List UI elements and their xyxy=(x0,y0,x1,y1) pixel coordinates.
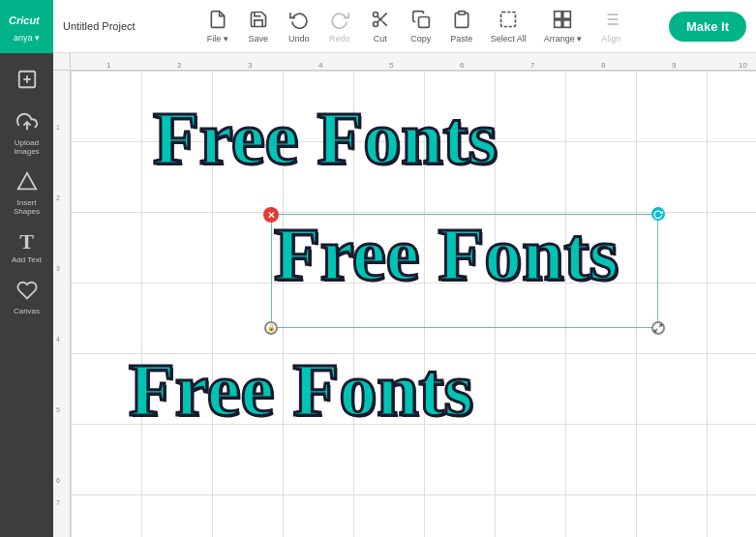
sidebar: Upload Images Insert Shapes T Add Text C… xyxy=(0,53,53,537)
sidebar-item-upload-label: Upload Images xyxy=(5,138,49,156)
ruler-v-3: 3 xyxy=(56,265,60,272)
scale-handle[interactable] xyxy=(651,321,665,335)
upload-icon xyxy=(16,111,38,135)
svg-line-24 xyxy=(659,324,662,327)
canvas-area[interactable]: 1 2 3 4 5 6 7 8 9 10 1 2 3 4 5 6 7 Free … xyxy=(53,53,756,537)
new-icon xyxy=(16,69,38,93)
sidebar-item-canvas-label: Canvas xyxy=(14,307,40,315)
align-icon xyxy=(601,10,620,32)
ruler-h-3: 3 xyxy=(248,61,252,70)
undo-button[interactable]: Undo xyxy=(280,6,318,47)
ruler-h-1: 1 xyxy=(106,61,110,70)
ruler-h-9: 9 xyxy=(672,61,676,70)
ruler-h-2: 2 xyxy=(177,61,181,70)
text-element-1[interactable]: Free Fonts xyxy=(153,95,498,182)
svg-rect-10 xyxy=(563,11,571,18)
save-button[interactable]: Save xyxy=(239,6,278,47)
delete-handle[interactable]: ✕ xyxy=(263,207,279,223)
redo-icon xyxy=(330,10,349,32)
toolbar: File Save Undo Redo Cut xyxy=(169,6,659,47)
file-button[interactable]: File xyxy=(198,6,237,47)
cut-label: Cut xyxy=(374,34,387,44)
sidebar-item-text[interactable]: T Add Text xyxy=(3,225,51,270)
svg-rect-7 xyxy=(458,11,465,14)
undo-label: Undo xyxy=(288,34,310,44)
logo-area: Cricut anya ▾ xyxy=(0,0,53,53)
lock-handle[interactable]: 🔒 xyxy=(264,321,278,335)
arrange-button[interactable]: Arrange xyxy=(536,6,590,47)
sidebar-item-new[interactable] xyxy=(3,63,51,102)
paste-icon xyxy=(452,10,471,32)
ruler-h-4: 4 xyxy=(318,61,322,70)
sidebar-item-upload[interactable]: Upload Images xyxy=(3,105,51,162)
project-title: Untitled Project xyxy=(63,20,160,32)
ruler-v-6: 6 xyxy=(56,477,60,484)
text-icon: T xyxy=(19,231,34,253)
user-name[interactable]: anya ▾ xyxy=(14,33,40,43)
make-it-button[interactable]: Make It xyxy=(669,12,746,42)
ruler-h-6: 6 xyxy=(460,61,464,70)
text-element-2[interactable]: Free Fonts xyxy=(274,211,619,298)
cut-button[interactable]: Cut xyxy=(361,6,400,47)
file-icon xyxy=(208,10,227,32)
redo-button[interactable]: Redo xyxy=(320,6,359,47)
ruler-top: 1 2 3 4 5 6 7 8 9 10 xyxy=(71,53,756,71)
svg-line-4 xyxy=(382,21,387,26)
ruler-h-5: 5 xyxy=(389,61,393,70)
svg-rect-8 xyxy=(501,12,516,26)
topbar: Cricut anya ▾ Untitled Project File Save xyxy=(0,0,756,53)
undo-icon xyxy=(289,10,309,32)
cricut-logo: Cricut xyxy=(8,11,46,33)
align-button[interactable]: Align xyxy=(591,6,630,47)
ruler-left: 1 2 3 4 5 6 7 xyxy=(53,71,71,537)
canvas-grid[interactable]: Free Fonts Free Fonts Free Fonts ✕ 🔒 xyxy=(71,71,756,537)
select-all-button[interactable]: Select All xyxy=(483,6,534,47)
project-title-area: Untitled Project xyxy=(53,16,169,36)
copy-icon xyxy=(411,10,431,32)
ruler-corner xyxy=(53,53,71,71)
sidebar-item-canvas[interactable]: Canvas xyxy=(3,274,51,321)
ruler-h-7: 7 xyxy=(530,61,534,70)
svg-point-2 xyxy=(373,21,378,26)
save-label: Save xyxy=(248,34,268,44)
ruler-v-5: 5 xyxy=(56,406,60,413)
svg-rect-9 xyxy=(555,11,562,18)
ruler-h-8: 8 xyxy=(601,61,605,70)
svg-line-25 xyxy=(654,329,657,332)
sidebar-item-shapes-label: Insert Shapes xyxy=(5,198,49,216)
redo-label: Redo xyxy=(329,34,350,44)
cut-icon xyxy=(371,10,390,32)
arrange-icon xyxy=(553,10,572,32)
ruler-v-7: 7 xyxy=(56,499,60,506)
svg-rect-11 xyxy=(555,19,562,27)
ruler-v-4: 4 xyxy=(56,336,60,343)
file-label: File xyxy=(207,34,228,44)
svg-rect-6 xyxy=(418,16,429,27)
save-icon xyxy=(249,10,268,32)
paste-label: Paste xyxy=(450,34,472,44)
ruler-v-2: 2 xyxy=(56,194,60,201)
selection-box xyxy=(271,214,658,328)
sidebar-item-text-label: Add Text xyxy=(12,255,42,264)
text-element-3[interactable]: Free Fonts xyxy=(129,346,473,433)
svg-text:Cricut: Cricut xyxy=(9,14,41,25)
main: Upload Images Insert Shapes T Add Text C… xyxy=(0,53,756,537)
svg-rect-12 xyxy=(563,19,571,27)
rotate-handle[interactable] xyxy=(651,207,665,221)
select-all-icon xyxy=(499,10,518,32)
svg-marker-23 xyxy=(17,173,35,190)
sidebar-item-shapes[interactable]: Insert Shapes xyxy=(3,165,51,222)
copy-label: Copy xyxy=(410,34,431,44)
align-label: Align xyxy=(601,34,620,44)
ruler-v-1: 1 xyxy=(56,124,60,131)
canvas-icon xyxy=(16,280,38,304)
shapes-icon xyxy=(16,171,38,195)
select-all-label: Select All xyxy=(491,34,527,44)
paste-button[interactable]: Paste xyxy=(442,6,481,47)
ruler-h-10: 10 xyxy=(739,61,747,70)
arrange-label: Arrange xyxy=(544,34,583,44)
copy-button[interactable]: Copy xyxy=(402,6,440,47)
